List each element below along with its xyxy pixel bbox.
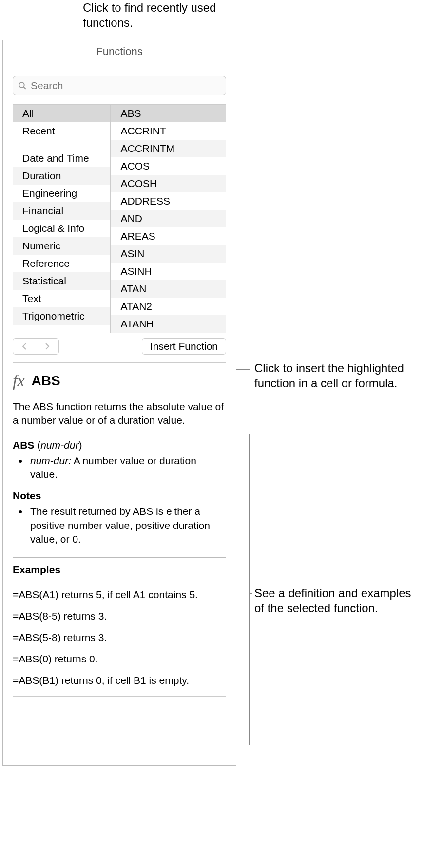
function-address[interactable]: ADDRESS — [111, 192, 226, 210]
function-header: fx ABS — [13, 372, 226, 390]
category-statistical[interactable]: Statistical — [13, 272, 110, 290]
nav-back-button[interactable] — [13, 339, 36, 354]
detail-divider — [13, 362, 226, 363]
fx-icon: fx — [13, 372, 25, 390]
category-engineering[interactable]: Engineering — [13, 185, 110, 202]
function-description: The ABS function returns the absolute va… — [13, 400, 226, 428]
examples-separator — [13, 580, 226, 580]
function-acosh[interactable]: ACOSH — [111, 175, 226, 192]
category-date-time[interactable]: Date and Time — [13, 150, 110, 167]
nav-forward-button[interactable] — [36, 339, 58, 354]
function-and[interactable]: AND — [111, 210, 226, 227]
function-asinh[interactable]: ASINH — [111, 263, 226, 280]
search-icon — [18, 81, 27, 90]
examples-divider-top — [13, 557, 226, 558]
function-detail: fx ABS The ABS function returns the abso… — [3, 362, 236, 706]
callout-detail-bracket — [243, 434, 250, 745]
callout-detail-tick — [250, 593, 252, 594]
function-atanh[interactable]: ATANH — [111, 315, 226, 333]
function-atan[interactable]: ATAN — [111, 280, 226, 298]
examples-divider-bottom — [13, 696, 226, 697]
category-duration[interactable]: Duration — [13, 167, 110, 185]
svg-line-1 — [23, 87, 26, 89]
notes-heading: Notes — [13, 490, 226, 502]
search-box[interactable] — [13, 76, 226, 95]
category-list[interactable]: All Recent Date and Time Duration Engine… — [13, 105, 111, 333]
argument-item: num-dur: A number value or duration valu… — [28, 454, 226, 482]
argument-name: num-dur: — [30, 455, 71, 466]
example-item: =ABS(5-8) returns 3. — [13, 632, 226, 643]
chevron-right-icon — [44, 342, 50, 350]
example-item: =ABS(A1) returns 5, if cell A1 contains … — [13, 589, 226, 601]
category-separator — [13, 140, 110, 150]
search-wrap — [3, 64, 236, 104]
category-numeric[interactable]: Numeric — [13, 237, 110, 255]
syntax-name: ABS — [13, 439, 34, 451]
panel-title: Functions — [3, 40, 236, 64]
function-acos[interactable]: ACOS — [111, 157, 226, 175]
notes-list: The result returned by ABS is either a p… — [13, 505, 226, 546]
chevron-left-icon — [21, 342, 27, 350]
example-item: =ABS(B1) returns 0, if cell B1 is empty. — [13, 675, 226, 686]
example-item: =ABS(0) returns 0. — [13, 653, 226, 665]
search-input[interactable] — [31, 80, 221, 92]
note-item: The result returned by ABS is either a p… — [28, 505, 226, 546]
function-abs[interactable]: ABS — [111, 105, 226, 122]
callout-recent: Click to find recently used functions. — [83, 0, 244, 30]
syntax-args: num-dur — [40, 439, 78, 451]
category-text[interactable]: Text — [13, 290, 110, 307]
nav-buttons — [13, 338, 59, 355]
svg-point-0 — [19, 82, 24, 88]
category-recent[interactable]: Recent — [13, 122, 110, 140]
insert-function-button[interactable]: Insert Function — [142, 338, 226, 355]
function-areas[interactable]: AREAS — [111, 227, 226, 245]
callout-insert: Click to insert the highlighted function… — [254, 360, 415, 391]
function-accrintm[interactable]: ACCRINTM — [111, 140, 226, 157]
category-financial[interactable]: Financial — [13, 202, 110, 220]
argument-list: num-dur: A number value or duration valu… — [13, 454, 226, 482]
examples-heading: Examples — [13, 564, 226, 576]
function-accrint[interactable]: ACCRINT — [111, 122, 226, 140]
function-syntax: ABS (num-dur) — [13, 439, 226, 451]
toolbar: Insert Function — [3, 333, 236, 362]
function-atan2[interactable]: ATAN2 — [111, 298, 226, 315]
category-logical-info[interactable]: Logical & Info — [13, 220, 110, 237]
lists-container: All Recent Date and Time Duration Engine… — [13, 104, 226, 333]
function-name: ABS — [32, 373, 60, 389]
category-reference[interactable]: Reference — [13, 255, 110, 272]
example-item: =ABS(8-5) returns 3. — [13, 610, 226, 622]
function-list[interactable]: ABS ACCRINT ACCRINTM ACOS ACOSH ADDRESS … — [111, 105, 226, 333]
category-all[interactable]: All — [13, 105, 110, 122]
category-trigonometric[interactable]: Trigonometric — [13, 307, 110, 325]
callout-detail: See a definition and examples of the sel… — [254, 585, 415, 616]
function-asin[interactable]: ASIN — [111, 245, 226, 263]
functions-panel: Functions All Recent Date and Time Durat… — [2, 40, 236, 766]
